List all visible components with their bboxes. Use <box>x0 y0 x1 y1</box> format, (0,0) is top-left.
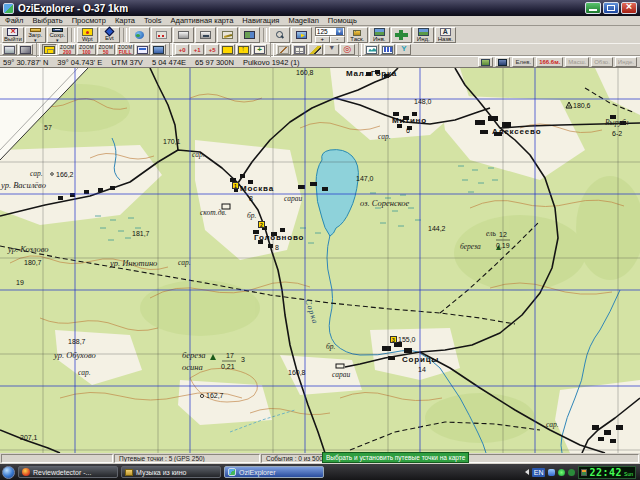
draw-button[interactable] <box>308 44 323 55</box>
save-button[interactable]: Сохр.▾ <box>47 27 68 43</box>
inventory-button[interactable]: Инв. <box>369 27 390 43</box>
gps-globe-button[interactable] <box>129 27 150 43</box>
magnifier-button[interactable] <box>269 27 290 43</box>
lock-scale-button[interactable]: Таск. <box>347 27 368 43</box>
task-button-1[interactable]: Музыка из кино <box>121 466 221 478</box>
position-bar: 59° 30.787' N 39° 04.743' E UTM 37V 5 04… <box>0 56 640 68</box>
elevation-value-button[interactable]: 166.6м. <box>536 57 563 67</box>
zoom-level-combo[interactable]: 125▾+- <box>315 27 345 43</box>
track-icon <box>156 31 167 39</box>
index-map-button[interactable]: Инд. <box>413 27 434 43</box>
menu-item-8[interactable]: Помощь <box>328 16 357 25</box>
wpt-average-button[interactable] <box>252 44 267 55</box>
usb-tray-icon[interactable] <box>548 469 555 476</box>
map-label: сар. <box>378 132 391 141</box>
close-button[interactable] <box>621 2 637 14</box>
ruler-button[interactable] <box>276 44 291 55</box>
wpt-plus-5-button[interactable]: +5 <box>205 44 219 55</box>
folder-icon <box>125 469 133 476</box>
menu-item-5[interactable]: Адаптивная карта <box>171 16 234 25</box>
zoom-100-button[interactable]: ZOOM100 <box>77 44 95 55</box>
mini-save-button[interactable] <box>495 57 510 67</box>
language-indicator[interactable]: EN <box>532 468 546 477</box>
pan-control-button[interactable] <box>391 27 412 43</box>
mini-map-button[interactable] <box>478 57 493 67</box>
start-button[interactable] <box>2 466 15 479</box>
button-label: Выйти <box>4 36 22 42</box>
load-button[interactable]: Загр.▾ <box>25 27 46 43</box>
zoom-out-button[interactable]: - <box>330 36 345 43</box>
track-profile-button[interactable] <box>380 44 395 55</box>
map-window-button[interactable] <box>135 44 150 55</box>
menu-item-2[interactable]: Просмотр <box>72 16 106 25</box>
minimize-button[interactable] <box>585 2 601 14</box>
overview-btn-button[interactable]: Обзо. <box>591 57 613 67</box>
waypoint-marker[interactable]: 2 <box>258 221 265 228</box>
gps-status-button[interactable] <box>18 44 33 55</box>
map-label: Митино <box>392 116 427 125</box>
task-button-0[interactable]: Reviewdetector -... <box>18 466 118 478</box>
zoom-in-button[interactable]: + <box>315 36 330 43</box>
layers-button[interactable] <box>151 44 166 55</box>
wpt-create-button[interactable] <box>220 44 235 55</box>
track-speed-button[interactable] <box>195 27 216 43</box>
utm-zone: UTM 37V <box>111 58 143 67</box>
map-label: ель <box>486 229 496 238</box>
index-btn-button[interactable]: Инде. <box>615 57 637 67</box>
utm-northing: 65 97 300N <box>195 58 234 67</box>
altitude-profile-button[interactable] <box>364 44 379 55</box>
tray-chevron-icon[interactable] <box>525 469 529 475</box>
zoom-50-button[interactable]: ZOOM50 <box>97 44 115 55</box>
scale-btn-button[interactable]: Масш. <box>565 57 589 67</box>
toolbar-main: ВыйтиЗагр.▾Сохр.▾WptEvt125▾+-Таск.Инв.Ин… <box>0 26 640 44</box>
task-button-2[interactable]: OziExplorer <box>224 466 324 478</box>
maximize-button[interactable] <box>603 2 619 14</box>
zoom-200-button[interactable]: ZOOM200 <box>58 44 76 55</box>
map-label: ур. Козлово <box>8 244 49 254</box>
map-datum: Pulkovo 1942 (1) <box>243 58 300 67</box>
map-view-button[interactable] <box>239 27 260 43</box>
show-map-button[interactable] <box>42 44 57 55</box>
pointer-button[interactable] <box>324 44 339 55</box>
map-label: 181,7 <box>132 230 150 237</box>
menu-item-4[interactable]: Tools <box>144 16 162 25</box>
map-label: 148,0 <box>414 98 432 105</box>
menu-item-6[interactable]: Навигация <box>242 16 279 25</box>
elevation-label-button[interactable]: Елев. <box>512 57 534 67</box>
map-label: 17 <box>226 352 234 359</box>
track-replay-button[interactable] <box>173 27 194 43</box>
waypoint-marker[interactable]: 1 <box>232 182 239 189</box>
zoom-full-button[interactable]: ZOOMFULL <box>116 44 134 55</box>
tray-clock[interactable]: 22:42 Sun <box>578 466 636 479</box>
menu-item-3[interactable]: Карта <box>115 16 135 25</box>
title-bar[interactable]: OziExplorer - O-37 1km <box>0 0 640 16</box>
antenna-icon <box>398 46 409 54</box>
track-bar-button[interactable] <box>151 27 172 43</box>
map-label: сар. <box>78 368 91 377</box>
info-tray-icon[interactable] <box>568 469 575 476</box>
find-map-button[interactable] <box>291 27 312 43</box>
button-label: Инд. <box>417 36 430 42</box>
menu-item-0[interactable]: Файл <box>5 16 23 25</box>
waypoints-button[interactable]: Wpt <box>77 27 98 43</box>
menu-item-7[interactable]: Magellan <box>288 16 318 25</box>
wpt-plus-1-button[interactable]: +1 <box>190 44 204 55</box>
map-canvas[interactable]: 160,8Мал. Горка148,0Митино6сар.Алексеево… <box>0 68 640 453</box>
grid-setup-button[interactable] <box>292 44 307 55</box>
target-button[interactable] <box>340 44 355 55</box>
full-screen-button[interactable] <box>2 44 17 55</box>
name-search-button[interactable]: Назв. <box>435 27 456 43</box>
status-tray-icon[interactable] <box>558 469 565 476</box>
nmea-button[interactable] <box>396 44 411 55</box>
menu-item-1[interactable]: Выбрать <box>32 16 62 25</box>
map-label: Головново <box>254 233 304 242</box>
events-button[interactable]: Evt <box>99 27 120 43</box>
screen-icon <box>4 46 15 54</box>
zoom-value[interactable]: 125▾ <box>315 27 345 36</box>
wpt-project-button[interactable] <box>236 44 251 55</box>
exit-button[interactable]: Выйти <box>2 27 24 43</box>
route-editor-button[interactable] <box>217 27 238 43</box>
wpt-plus-0-button[interactable]: +0 <box>175 44 189 55</box>
waypoint-marker[interactable]: 3 <box>390 336 397 343</box>
chevron-down-icon[interactable]: ▾ <box>336 28 343 35</box>
